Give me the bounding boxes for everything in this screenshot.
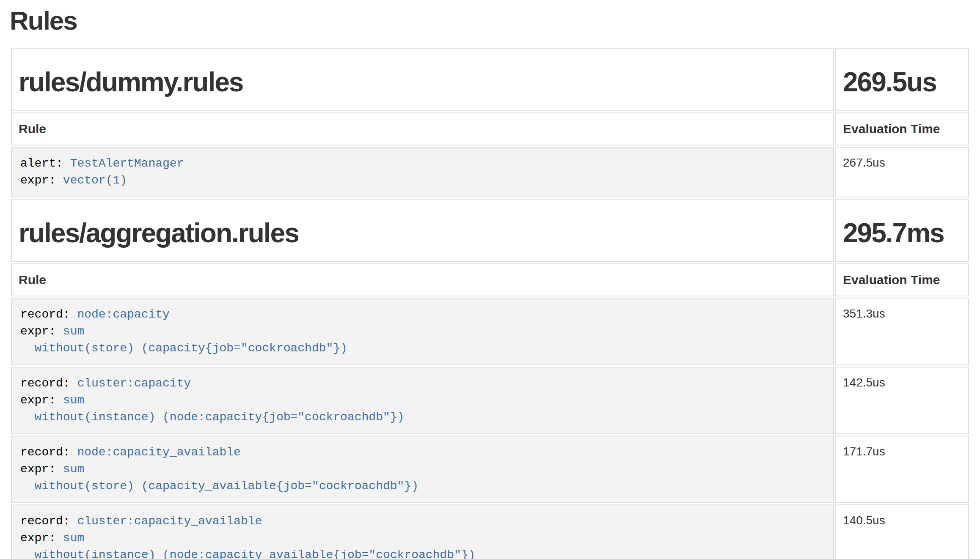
rule-definition: record: cluster:capacity_available expr:… xyxy=(20,513,825,559)
rule-definition-cell: record: node:capacity expr: sum without(… xyxy=(11,298,834,365)
rule-definition-cell: record: node:capacity_available expr: su… xyxy=(11,436,834,503)
rule-row: record: node:capacity expr: sum without(… xyxy=(11,298,969,365)
rule-expression-link[interactable]: sum without(store) (capacity_available{j… xyxy=(20,463,418,493)
rule-group-total-cell: 269.5us xyxy=(835,48,969,111)
rule-group-title: rules/dummy.rules xyxy=(19,67,826,97)
rule-definition: record: cluster:capacity expr: sum witho… xyxy=(20,375,825,426)
rule-group-name-cell: rules/dummy.rules xyxy=(11,48,834,111)
column-header-row: Rule Evaluation Time xyxy=(11,263,969,296)
rule-column-header: Rule xyxy=(11,112,834,145)
rule-keyword: expr: xyxy=(20,394,63,407)
evaluation-time-column-header: Evaluation Time xyxy=(835,112,969,145)
rule-row: alert: TestAlertManager expr: vector(1) … xyxy=(11,147,969,197)
evaluation-time-column-header: Evaluation Time xyxy=(835,263,969,296)
rule-definition: record: node:capacity expr: sum without(… xyxy=(20,306,825,357)
rule-group-header-row: rules/dummy.rules 269.5us xyxy=(11,48,969,111)
rule-evaluation-time: 140.5us xyxy=(835,504,969,559)
rule-keyword: record: xyxy=(20,446,77,459)
rule-group-name-cell: rules/aggregation.rules xyxy=(11,199,834,262)
rule-keyword: record: xyxy=(20,308,77,321)
rule-expression-link[interactable]: TestAlertManager xyxy=(70,157,184,170)
rule-group-evaluation-total: 269.5us xyxy=(843,67,961,97)
rule-column-header: Rule xyxy=(11,263,834,296)
rule-expression-link[interactable]: sum without(instance) (node:capacity{job… xyxy=(20,394,404,424)
rules-page: Rules rules/dummy.rules 269.5us Rule Eva… xyxy=(0,6,980,559)
rule-evaluation-time: 351.3us xyxy=(835,298,969,365)
rule-keyword: record: xyxy=(20,515,77,528)
rule-group-evaluation-total: 295.7ms xyxy=(843,218,961,248)
rule-keyword: expr: xyxy=(20,325,63,338)
rule-row: record: cluster:capacity_available expr:… xyxy=(11,504,969,559)
rule-row: record: cluster:capacity expr: sum witho… xyxy=(11,367,969,434)
rule-expression-link[interactable]: cluster:capacity_available xyxy=(77,515,262,528)
rule-evaluation-time: 142.5us xyxy=(835,367,969,434)
rule-group-title: rules/aggregation.rules xyxy=(19,218,826,248)
page-title: Rules xyxy=(10,6,970,36)
rule-group-total-cell: 295.7ms xyxy=(835,199,969,262)
rule-group-header-row: rules/aggregation.rules 295.7ms xyxy=(11,199,969,262)
rule-keyword: expr: xyxy=(20,463,63,476)
rule-expression-link[interactable]: sum without(store) (capacity{job="cockro… xyxy=(20,325,347,355)
rule-expression-link[interactable]: node:capacity xyxy=(77,308,169,321)
rule-evaluation-time: 267.5us xyxy=(835,147,969,197)
rule-expression-link[interactable]: sum without(instance) (node:capacity_ava… xyxy=(20,532,475,559)
rule-keyword: record: xyxy=(20,377,77,390)
rule-keyword: expr: xyxy=(20,532,63,545)
rule-evaluation-time: 171.7us xyxy=(835,436,969,503)
rule-expression-link[interactable]: node:capacity_available xyxy=(77,446,240,459)
rule-definition-cell: record: cluster:capacity_available expr:… xyxy=(11,504,834,559)
rule-definition-cell: record: cluster:capacity expr: sum witho… xyxy=(11,367,834,434)
rule-expression-link[interactable]: cluster:capacity xyxy=(77,377,191,390)
rule-definition: record: node:capacity_available expr: su… xyxy=(20,444,825,495)
rule-expression-link[interactable]: vector(1) xyxy=(63,174,127,187)
column-header-row: Rule Evaluation Time xyxy=(11,112,969,145)
rule-keyword: alert: xyxy=(20,157,70,170)
rule-keyword: expr: xyxy=(20,174,63,187)
rule-row: record: node:capacity_available expr: su… xyxy=(11,436,969,503)
rule-definition: alert: TestAlertManager expr: vector(1) xyxy=(20,155,825,189)
rule-definition-cell: alert: TestAlertManager expr: vector(1) xyxy=(11,147,834,197)
rules-table: rules/dummy.rules 269.5us Rule Evaluatio… xyxy=(10,47,970,559)
